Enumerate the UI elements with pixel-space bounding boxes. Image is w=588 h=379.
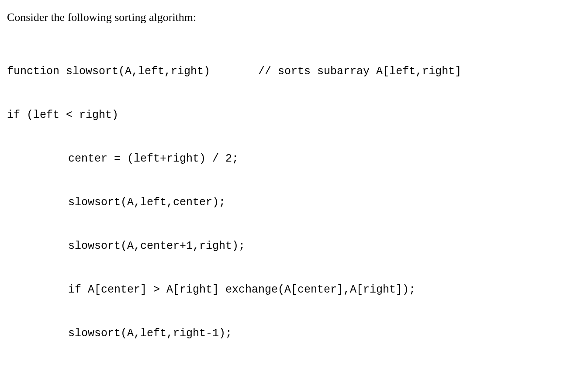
- part-a: a) Argue that for the number of comparis…: [7, 376, 581, 379]
- code-line-4: slowsort(A,left,center);: [7, 192, 581, 214]
- code-block: function slowsort(A,left,right)// sorts …: [7, 39, 581, 366]
- code-line-7: slowsort(A,left,right-1);: [7, 323, 581, 345]
- code-line-5: slowsort(A,center+1,right);: [7, 235, 581, 257]
- part-a-body: Argue that for the number of comparisons…: [26, 376, 581, 379]
- code-line-6: if A[center] > A[right] exchange(A[cente…: [7, 279, 581, 301]
- code-fn-decl: function slowsort(A,left,right): [7, 65, 210, 78]
- code-line-2: if (left < right): [7, 104, 581, 126]
- code-line-3: center = (left+right) / 2;: [7, 148, 581, 170]
- code-line-1: function slowsort(A,left,right)// sorts …: [7, 61, 581, 83]
- intro-text: Consider the following sorting algorithm…: [7, 9, 581, 26]
- part-a-label: a): [7, 376, 26, 379]
- code-comment: // sorts subarray A[left,right]: [258, 65, 461, 78]
